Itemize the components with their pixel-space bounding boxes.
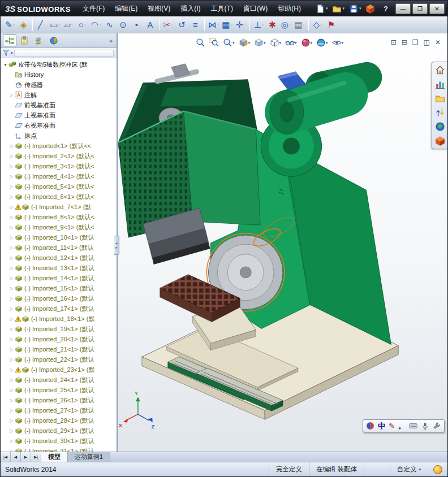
- ime-mode-chinese[interactable]: 中: [378, 422, 385, 430]
- viewport-split-horizontal-button[interactable]: ⊟: [402, 38, 407, 46]
- displaymanager-tab[interactable]: [47, 34, 61, 46]
- help-button[interactable]: ?: [378, 5, 394, 13]
- section-view-button[interactable]: ▾: [238, 37, 252, 48]
- component-imported-1[interactable]: ▷(-) Imported<1> (默认<<: [1, 141, 117, 151]
- expand-arrow[interactable]: ▷: [8, 449, 15, 452]
- ime-handwriting[interactable]: ✎: [389, 422, 395, 430]
- open-document-button[interactable]: ▾: [330, 3, 346, 15]
- viewport-split-vertical-button[interactable]: ◫: [424, 38, 430, 46]
- component-imported-9[interactable]: ▷(-) Imported_9<1> (默认<: [1, 222, 117, 232]
- expand-arrow[interactable]: ▷: [8, 286, 15, 291]
- expand-arrow[interactable]: ▷: [8, 378, 15, 383]
- grid-system-button[interactable]: ▤▾: [293, 18, 306, 32]
- panel-splitter-handle[interactable]: ◂ ▸: [114, 236, 119, 255]
- ime-logo[interactable]: [366, 422, 374, 430]
- centerpoint-arc-button[interactable]: ◠▾: [89, 18, 102, 32]
- filter-input[interactable]: [14, 50, 114, 57]
- expand-arrow[interactable]: ▷: [8, 316, 15, 322]
- component-imported-3[interactable]: ▷(-) Imported_3<1> (默认<: [1, 161, 117, 171]
- status-custom[interactable]: 自定义▾: [390, 462, 428, 476]
- expand-arrow[interactable]: ▷: [8, 439, 15, 444]
- model-motor[interactable]: [261, 72, 367, 176]
- expand-arrow[interactable]: ▷: [8, 347, 15, 352]
- component-imported-8[interactable]: ▷(-) Imported_8<1> (默认<: [1, 212, 117, 222]
- tree-item-history[interactable]: History: [1, 70, 117, 80]
- rapid-sketch-button[interactable]: ⚑: [325, 18, 338, 32]
- appearances-scenes-tab[interactable]: [435, 122, 445, 132]
- expand-arrow[interactable]: ▷: [8, 296, 15, 301]
- trim-entities-button[interactable]: ✂▾: [162, 18, 175, 32]
- component-imported-4[interactable]: ▷(-) Imported_4<1> (默认<: [1, 171, 117, 181]
- filter-funnel-icon[interactable]: [2, 49, 10, 57]
- smart-dimension-button[interactable]: ◈: [17, 18, 30, 32]
- component-imported-11[interactable]: ▷(-) Imported_11<1> (默认: [1, 242, 117, 253]
- tree-item-right-plane[interactable]: 右视基准面: [1, 120, 117, 131]
- component-imported-25[interactable]: ▷(-) Imported_25<1> (默认: [1, 385, 117, 395]
- first-tab-button[interactable]: |◀: [1, 452, 11, 462]
- component-imported-14[interactable]: ▷(-) Imported_14<1> (默认: [1, 273, 117, 283]
- expand-arrow[interactable]: ▷: [8, 337, 15, 342]
- component-imported-22[interactable]: ▷(-) Imported_22<1> (默认: [1, 354, 117, 365]
- close-document-button[interactable]: ✕: [435, 38, 441, 46]
- expand-arrow[interactable]: ▷: [8, 225, 15, 230]
- expand-arrow[interactable]: ▷: [8, 194, 15, 200]
- component-imported-26[interactable]: ▷(-) Imported_26<1> (默认: [1, 395, 117, 405]
- linear-pattern-button[interactable]: ▦▾: [221, 18, 234, 32]
- filter-dropdown-arrow[interactable]: ▾: [11, 51, 13, 55]
- tree-item-sensors[interactable]: 传感器: [1, 80, 117, 90]
- reference-geometry-button[interactable]: ◇▾: [311, 18, 324, 32]
- edit-appearance-button[interactable]: ▾: [300, 37, 314, 48]
- component-imported-13[interactable]: ▷(-) Imported_13<1> (默认: [1, 263, 117, 273]
- component-imported-2[interactable]: ▷(-) Imported_2<1> (默认<: [1, 151, 117, 161]
- ime-microphone[interactable]: [421, 422, 429, 430]
- view-orientation-button[interactable]: ▾: [253, 37, 267, 48]
- component-imported-27[interactable]: ▷(-) Imported_27<1> (默认: [1, 405, 117, 415]
- line-button[interactable]: ╱▾: [35, 18, 48, 32]
- restore-button[interactable]: ❐: [412, 3, 428, 14]
- featuremanager-tab[interactable]: [3, 34, 16, 46]
- graphics-area[interactable]: X Y Z ▾▾▾▾▾▾▾▾ ⊡⊟❐◫✕ 中✎。: [118, 33, 447, 452]
- expand-arrow[interactable]: ▷: [8, 357, 15, 362]
- expand-arrow[interactable]: ▷: [8, 388, 15, 393]
- component-imported-28[interactable]: ▷(-) Imported_28<1> (默认: [1, 415, 117, 426]
- component-imported-30[interactable]: ▷(-) Imported_30<1> (默认: [1, 436, 117, 446]
- tree-item-top-plane[interactable]: 上视基准面: [1, 110, 117, 120]
- previous-tab-button[interactable]: ◀: [11, 452, 21, 462]
- next-tab-button[interactable]: ▶: [21, 452, 31, 462]
- expand-arrow[interactable]: ▷: [8, 408, 15, 413]
- expand-arrow[interactable]: ▷: [8, 428, 15, 433]
- solidworks-cube-button[interactable]: [364, 3, 377, 15]
- tree-item-origin[interactable]: 原点: [1, 131, 117, 141]
- menu-view[interactable]: 视图(V): [143, 1, 175, 17]
- component-imported-20[interactable]: ▷(-) Imported_20<1> (默认: [1, 334, 117, 344]
- tree-item-front-plane[interactable]: 前视基准面: [1, 100, 117, 110]
- view-settings-button[interactable]: ▾: [331, 37, 345, 48]
- expand-arrow[interactable]: ▷: [8, 398, 15, 403]
- solidworks-resources-tab[interactable]: [435, 65, 445, 75]
- point-button[interactable]: •: [130, 18, 143, 32]
- menu-window[interactable]: 窗口(W): [238, 1, 273, 17]
- expand-arrow[interactable]: ▷: [8, 184, 15, 189]
- tab-model[interactable]: 模型: [41, 452, 68, 462]
- zoom-to-fit-button[interactable]: [195, 37, 206, 48]
- expand-arrow[interactable]: ▷: [8, 245, 15, 250]
- expand-arrow[interactable]: ▷: [8, 327, 15, 332]
- panel-overflow-button[interactable]: »: [107, 37, 114, 44]
- close-button[interactable]: ✕: [429, 3, 445, 14]
- expand-arrow[interactable]: ▷: [8, 174, 15, 179]
- component-imported-7[interactable]: ▷(-) Imported_7<1> (默: [1, 202, 117, 212]
- menu-file[interactable]: 文件(F): [77, 1, 110, 17]
- spline-button[interactable]: ∿: [103, 18, 116, 32]
- expand-arrow[interactable]: ▼: [2, 63, 8, 67]
- expand-arrow[interactable]: ▷: [8, 93, 15, 98]
- view-palette-tab[interactable]: [435, 107, 445, 118]
- expand-arrow[interactable]: ▷: [8, 255, 15, 261]
- mirror-entities-button[interactable]: ⋈▾: [207, 18, 220, 32]
- component-imported-21[interactable]: ▷(-) Imported_21<1> (默认: [1, 344, 117, 354]
- ellipse-button[interactable]: ⊙: [117, 18, 130, 32]
- sketch-button[interactable]: ✎▾: [3, 18, 16, 32]
- component-imported-12[interactable]: ▷(-) Imported_12<1> (默认: [1, 253, 117, 263]
- corner-rectangle-button[interactable]: ▭▾: [49, 18, 62, 32]
- menu-insert[interactable]: 插入(I): [175, 1, 205, 17]
- component-imported-19[interactable]: ▷(-) Imported_19<1> (默认: [1, 324, 117, 334]
